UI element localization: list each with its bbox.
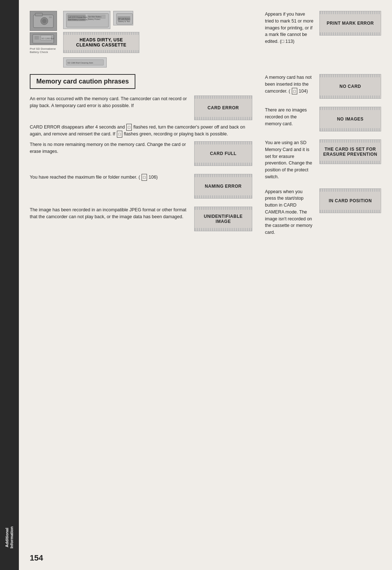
- diag-box-1: Left VCR Change Deposit Built Battery Co…: [63, 11, 110, 29]
- naming-error-entry: You have reached the maximum file or fol…: [30, 174, 252, 199]
- erasure-prevention-entry: You are using an SD Memory Card and it i…: [265, 139, 381, 180]
- page-number: 154: [30, 553, 43, 563]
- device-images-left: SO 1200 Bull Prof SD DonnabeneBattery Ch…: [30, 11, 59, 54]
- naming-error-message-box: NAMING ERROR: [194, 174, 252, 199]
- in-card-position-description: Appears when you press the start/stop bu…: [265, 188, 314, 236]
- svg-text:SD 1300 Bull  Cleaning Item: SD 1300 Bull Cleaning Item: [68, 62, 93, 64]
- section-title-box: Memory card caution phrases: [30, 74, 135, 89]
- small-note-left: Prof SD DonnabeneBattery Check: [30, 47, 59, 54]
- main-content: SO 1200 Bull Prof SD DonnabeneBattery Ch…: [19, 0, 392, 570]
- camera-image-2: SO 1200 Bull: [30, 32, 57, 45]
- right-top-section: Appears if you have tried to mark 51 or …: [258, 11, 381, 53]
- right-column: A memory card has not been inserted into…: [258, 74, 381, 244]
- heads-dirty-message-box: HEADS DIRTY, USE CLEANING CASSETTE: [63, 32, 139, 53]
- content-columns: Memory card caution phrases An error has…: [30, 74, 381, 244]
- svg-text:Set After Battery: Set After Battery: [88, 16, 102, 18]
- erasure-prevention-message-box: THE CARD IS SET FOR ERASURE PREVENTION: [319, 139, 381, 164]
- svg-text:Battery Protect: Battery Protect: [88, 18, 101, 20]
- svg-text:SO 1200 Bull: SO 1200 Bull: [41, 37, 54, 40]
- card-error-description-full: CARD ERROR disappears after 4 seconds an…: [30, 124, 252, 138]
- indicator-box-1: SD 1300 Bull Cleaning Item: [63, 57, 107, 68]
- unidentifiable-description: The image has been recorded in an incomp…: [30, 207, 189, 220]
- no-card-entry: A memory card has not been inserted into…: [265, 74, 381, 99]
- left-column: Memory card caution phrases An error has…: [30, 74, 258, 244]
- card-error-top: An error has occurred with the memory ca…: [30, 95, 252, 120]
- unidentifiable-entry: The image has been recorded in an incomp…: [30, 207, 252, 231]
- no-card-description: A memory card has not been inserted into…: [265, 74, 314, 94]
- card-full-message-box: CARD FULL: [194, 141, 252, 166]
- card-icon-4: □: [292, 88, 297, 95]
- no-images-entry: There are no images recorded on the memo…: [265, 107, 381, 131]
- svg-rect-4: [49, 16, 52, 18]
- svg-text:Battery to Test: Battery to Test: [118, 20, 130, 23]
- print-mark-description: Appears if you have tried to mark 51 or …: [265, 11, 314, 45]
- camera-image-1: [30, 11, 57, 31]
- svg-rect-1: [35, 13, 42, 16]
- in-card-position-message-box: IN CARD POSITION: [319, 188, 381, 213]
- top-diagrams: Left VCR Change Deposit Built Battery Co…: [63, 11, 258, 29]
- card-icon-3: □: [142, 174, 147, 181]
- sidebar-label: Additional Information: [5, 526, 14, 549]
- unidentifiable-message-box: UNIDENTIFIABLE IMAGE: [194, 207, 252, 231]
- section-title: Memory card caution phrases: [36, 78, 129, 85]
- naming-error-description: You have reached the maximum file or fol…: [30, 174, 189, 181]
- svg-text:Left VCR Change Deposit: Left VCR Change Deposit: [68, 16, 89, 18]
- card-icon-1: □: [126, 124, 132, 131]
- svg-text:Built Battery Counter DC: Built Battery Counter DC: [68, 19, 88, 21]
- erasure-prevention-description: You are using an SD Memory Card and it i…: [265, 139, 314, 180]
- card-error-description-short: An error has occurred with the memory ca…: [30, 95, 189, 109]
- right-entry-print-mark: Appears if you have tried to mark 51 or …: [265, 11, 381, 45]
- indicator-row: SD 1300 Bull Cleaning Item: [63, 57, 258, 68]
- svg-point-3: [42, 19, 46, 23]
- no-images-description: There are no images recorded on the memo…: [265, 107, 314, 127]
- no-card-message-box: NO CARD: [319, 74, 381, 99]
- diag-box-2: BP with Button Battery to Test: [113, 11, 133, 25]
- card-icon-2: □: [117, 131, 122, 138]
- svg-text:BP with Button: BP with Button: [118, 18, 130, 20]
- page-container: Additional Information: [0, 0, 392, 570]
- no-images-message-box: NO IMAGES: [319, 107, 381, 131]
- card-full-description: There is no more remaining memory on the…: [30, 141, 189, 155]
- card-error-section: An error has occurred with the memory ca…: [30, 95, 252, 138]
- print-mark-message-box: PRINT MARK ERROR: [319, 11, 381, 36]
- in-card-position-entry: Appears when you press the start/stop bu…: [265, 188, 381, 236]
- left-sidebar: Additional Information: [0, 0, 19, 570]
- heads-dirty-text: HEADS DIRTY, USE CLEANING CASSETTE: [71, 36, 132, 49]
- svg-rect-6: [34, 36, 39, 40]
- top-center-col: Left VCR Change Deposit Built Battery Co…: [63, 11, 258, 68]
- top-area: SO 1200 Bull Prof SD DonnabeneBattery Ch…: [30, 11, 381, 68]
- card-error-message-box: CARD ERROR: [194, 95, 252, 120]
- card-full-entry: There is no more remaining memory on the…: [30, 141, 252, 166]
